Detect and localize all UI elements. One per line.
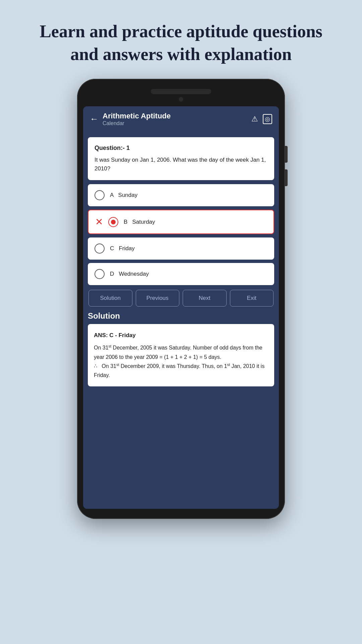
next-button[interactable]: Next [183, 290, 227, 307]
back-button[interactable]: ← [90, 114, 99, 124]
question-number: Question:- 1 [95, 145, 267, 152]
phone-speaker [151, 89, 211, 94]
phone-outer: ← Arithmetic Aptitude Calendar ⚠ ◎ [77, 79, 285, 519]
header-icons: ⚠ ◎ [251, 114, 272, 124]
app-header: ← Arithmetic Aptitude Calendar ⚠ ◎ [83, 106, 279, 132]
page-title: Learn and practice aptitude questions an… [0, 0, 362, 79]
option-c-label: C Friday [110, 245, 135, 252]
solution-button[interactable]: Solution [88, 290, 132, 307]
radio-d [95, 269, 105, 279]
phone-camera [179, 97, 183, 102]
option-d-label: D Wednesday [110, 271, 149, 277]
solution-answer: ANS: C - Friday [94, 331, 268, 340]
alert-icon[interactable]: ⚠ [251, 115, 258, 123]
solution-line2: ∴ On 31st December 2009, it was Thursday… [94, 363, 264, 378]
radio-a [95, 190, 105, 200]
option-b[interactable]: ✕ B Saturday [88, 210, 274, 234]
header-left: ← Arithmetic Aptitude Calendar [90, 112, 171, 126]
wrong-icon: ✕ [95, 216, 103, 227]
radio-b-inner [111, 220, 116, 224]
header-subtitle: Calendar [103, 120, 171, 126]
option-a[interactable]: A Sunday [88, 184, 274, 206]
header-title-group: Arithmetic Aptitude Calendar [103, 112, 171, 126]
page-wrapper: Learn and practice aptitude questions an… [0, 0, 362, 519]
side-button-2 [285, 169, 288, 186]
option-d[interactable]: D Wednesday [88, 263, 274, 285]
question-card: Question:- 1 It was Sunday on Jan 1, 200… [88, 137, 274, 180]
radio-b-selected [108, 217, 118, 227]
solution-line1: On 31st December, 2005 it was Saturday. … [94, 345, 262, 360]
previous-button[interactable]: Previous [136, 290, 180, 307]
phone-side-buttons [285, 146, 288, 186]
phone-shell: ← Arithmetic Aptitude Calendar ⚠ ◎ [77, 79, 285, 519]
header-title: Arithmetic Aptitude [103, 112, 171, 120]
content-area: Question:- 1 It was Sunday on Jan 1, 200… [83, 132, 279, 392]
option-b-label: B Saturday [124, 219, 155, 225]
question-text: It was Sunday on Jan 1, 2006. What was t… [95, 156, 267, 173]
option-c[interactable]: C Friday [88, 237, 274, 260]
buttons-row: Solution Previous Next Exit [88, 290, 274, 307]
exit-button[interactable]: Exit [230, 290, 274, 307]
solution-heading: Solution [88, 311, 274, 321]
option-a-label: A Sunday [110, 192, 137, 199]
solution-text: ANS: C - Friday On 31st December, 2005 i… [94, 331, 268, 380]
camera-icon[interactable]: ◎ [263, 114, 272, 124]
solution-card: ANS: C - Friday On 31st December, 2005 i… [88, 324, 274, 386]
radio-c [95, 244, 105, 254]
side-button-1 [285, 146, 288, 163]
phone-screen: ← Arithmetic Aptitude Calendar ⚠ ◎ [83, 106, 279, 509]
